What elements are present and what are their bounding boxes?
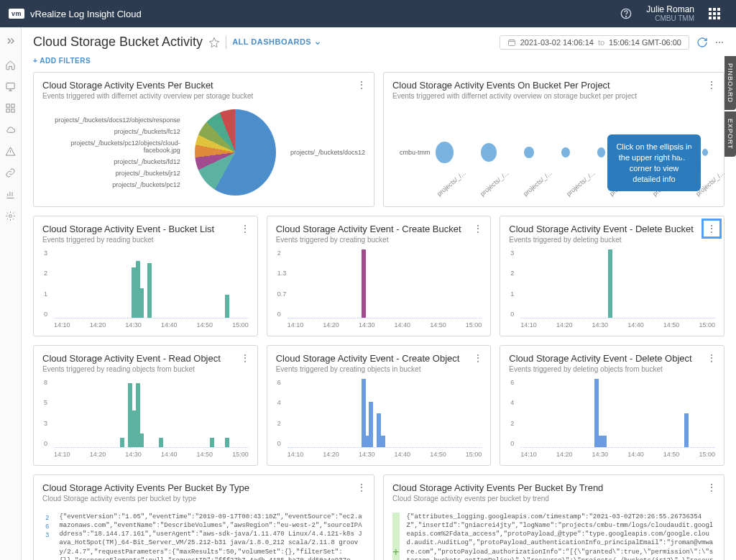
add-filters-button[interactable]: + ADD FILTERS: [33, 57, 724, 65]
card-menu-icon[interactable]: ⋮: [705, 352, 718, 364]
svg-rect-5: [6, 109, 9, 111]
time-range-picker[interactable]: 2021-03-02 14:06:14 to 15:06:14 GMT-06:0…: [500, 35, 689, 50]
vmware-logo: vm: [9, 9, 24, 19]
gear-icon[interactable]: [5, 210, 17, 221]
help-icon[interactable]: [617, 5, 635, 22]
svg-point-7: [9, 214, 12, 217]
card-menu-icon[interactable]: ⋮: [355, 481, 368, 494]
favorite-icon[interactable]: [208, 37, 220, 48]
card-bucket-list: ⋮ Cloud Storage Activity Event - Bucket …: [33, 216, 258, 336]
card-delete-object: ⋮ Cloud Storage Activity Event - Delete …: [500, 345, 724, 466]
all-dashboards-link[interactable]: ALL DASHBOARDS: [232, 37, 321, 46]
svg-rect-3: [6, 104, 9, 106]
card-menu-icon[interactable]: ⋮: [355, 78, 368, 91]
log-count: 263: [42, 513, 52, 560]
product-name: vRealize Log Insight Cloud: [30, 9, 142, 19]
home-icon[interactable]: [5, 59, 17, 70]
main-content: PINBOARD EXPORT Cloud Storage Bucket Act…: [22, 27, 736, 560]
svg-rect-8: [508, 40, 515, 45]
pie-labels-left: projects/_/buckets/docs12/objects/respon…: [42, 116, 180, 188]
card-menu-icon[interactable]: ⋮: [705, 481, 718, 494]
page-menu-icon[interactable]: ⋯: [715, 37, 724, 47]
dashboard-icon[interactable]: [5, 102, 17, 114]
apps-icon[interactable]: [706, 5, 723, 22]
pie-labels-right: projects/_/buckets/docs12: [290, 149, 365, 156]
card-delete-bucket: ⋮ Cloud Storage Activity Event - Delete …: [500, 216, 724, 336]
card-menu-icon[interactable]: ⋮: [472, 352, 484, 364]
cloud-icon[interactable]: [5, 124, 17, 135]
card-menu-icon[interactable]: ⋮: [239, 222, 252, 235]
tooltip-callout: Click on the ellipsis in the upper right…: [607, 134, 701, 191]
card-events-per-project: ⋮ Cloud Storage Activity Events On Bucke…: [383, 72, 724, 207]
top-header: vm vRealize Log Insight Cloud Julie Roma…: [0, 0, 736, 27]
card-menu-icon[interactable]: ⋮: [472, 222, 484, 235]
log-text: {"eventVersion":"1.05","eventTime":"2019…: [59, 513, 365, 560]
card-menu-icon[interactable]: ⋮: [239, 352, 252, 364]
pie-chart: [195, 109, 276, 196]
chart-icon[interactable]: [5, 188, 17, 200]
page-title: Cloud Storage Bucket Activity: [33, 35, 203, 50]
card-by-trend: ⋮ Cloud Storage Activity Events Per Buck…: [383, 474, 724, 560]
card-events-per-bucket: ⋮ Cloud Storage Activity Events Per Buck…: [33, 72, 374, 207]
svg-point-1: [626, 17, 627, 17]
card-create-object: ⋮ Cloud Storage Activity Event - Create …: [267, 345, 492, 466]
user-name: Julie Roman: [646, 4, 694, 14]
card-read-object: ⋮ Cloud Storage Activity Event - Read Ob…: [33, 345, 258, 466]
svg-rect-4: [12, 104, 14, 106]
svg-rect-6: [12, 109, 14, 111]
monitor-icon[interactable]: [5, 81, 17, 92]
add-icon[interactable]: +: [392, 513, 400, 560]
card-menu-icon[interactable]: ⋮: [705, 222, 718, 235]
card-menu-icon[interactable]: ⋮: [705, 78, 718, 91]
alert-icon[interactable]: [5, 145, 17, 157]
log-text: {"attributes_logging.googleapis.com/time…: [407, 513, 715, 560]
export-tab[interactable]: EXPORT: [724, 111, 736, 157]
rail-expand-icon[interactable]: [1, 33, 21, 49]
user-role: CMBU TMM: [646, 14, 694, 23]
link-icon[interactable]: [5, 167, 17, 178]
left-rail: [0, 27, 22, 560]
pinboard-tab[interactable]: PINBOARD: [724, 56, 736, 110]
card-by-type: ⋮ Cloud Storage Activity Events Per Buck…: [33, 474, 374, 560]
refresh-icon[interactable]: [696, 37, 708, 48]
svg-rect-2: [6, 83, 14, 88]
user-block[interactable]: Julie Roman CMBU TMM: [646, 4, 694, 23]
card-create-bucket: ⋮ Cloud Storage Activity Event - Create …: [267, 216, 492, 336]
